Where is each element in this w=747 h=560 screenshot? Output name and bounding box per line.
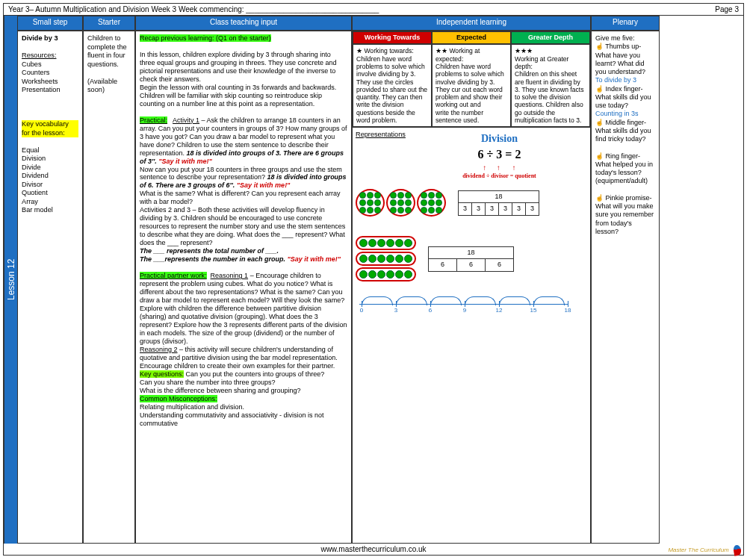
smallstep-cell: Divide by 3 Resources: Cubes Counters Wo… — [17, 31, 83, 544]
star-icon: ★★ — [436, 47, 447, 55]
starter-cell: Children to complete the fluent in four … — [83, 31, 135, 544]
teaching-p1: In this lesson, children explore dividin… — [140, 51, 337, 83]
bar-part: 3 — [526, 203, 539, 215]
misconceptions-heading: Common Misconceptions: — [140, 395, 217, 402]
nl-label: 18 — [565, 307, 571, 314]
independent-cell: Working Towards Expected Greater Depth ★… — [352, 31, 591, 544]
bar-part: 3 — [472, 203, 486, 215]
ex-text: Children have word problems to solve whi… — [436, 63, 504, 124]
stem3: The ___ represents the total number of _… — [140, 247, 279, 255]
nl-label: 6 — [429, 307, 432, 314]
col-independent: Independent learning — [352, 16, 591, 31]
reasoning2-heading: Reasoning 2 — [140, 346, 178, 353]
plenary-cell: Give me five: ☝ Thumbs up- What have you… — [591, 31, 660, 544]
ex-header: Expected — [432, 31, 511, 44]
division-figure: Division 6 ÷ 3 = 2 ↑ ↑ ↑ dividend ÷ divi… — [412, 132, 587, 180]
partner-heading: Practical partner work: — [140, 272, 207, 279]
content-area: Lesson 12 Small step Starter Class teach… — [4, 16, 743, 544]
teaching-p2: Begin the lesson with oral counting in 3… — [140, 84, 336, 108]
counters-6groups — [356, 189, 446, 217]
nl-label: 3 — [394, 307, 397, 314]
star-icon: ★★★ — [515, 47, 533, 55]
say2: "Say it with me!" — [237, 181, 291, 189]
col-plenary: Plenary — [591, 16, 660, 31]
step-title: Divide by 3 — [22, 34, 78, 43]
counters-3groups — [356, 236, 416, 281]
gd-text: Children on this sheet are fluent in div… — [515, 70, 584, 124]
col-smallstep: Small step — [17, 16, 83, 31]
bar-part: 3 — [486, 203, 499, 215]
ind-bodies: ★ Working towards: Children have word pr… — [353, 44, 590, 127]
resources-heading: Resources: — [22, 52, 78, 60]
division-title: Division — [412, 132, 587, 146]
col-starter: Starter — [83, 16, 135, 31]
activity1-c: What is the same? What is different? Can… — [140, 190, 340, 205]
lesson-number-tab: Lesson 12 — [4, 16, 17, 544]
bar-total: 18 — [459, 191, 539, 203]
bar-part: 3 — [512, 203, 526, 215]
practical-heading: Practical: — [140, 116, 167, 124]
stem4: The ___represents the number in each gro… — [140, 255, 288, 263]
plenary-index: ☝ Index finger- What skills did you use … — [595, 85, 655, 111]
col-teaching: Class teaching input — [135, 16, 352, 31]
header-left: Year 3– Autumn Multiplication and Divisi… — [8, 5, 379, 13]
gd-body: ★★★ Working at Greater depth: Children o… — [511, 44, 590, 127]
bar-part: 6 — [486, 259, 514, 271]
reasoning1: – Encourage children to represent the pr… — [140, 272, 347, 345]
brand-logo: Master The Curriculum — [668, 545, 741, 556]
reps-heading: Representations — [356, 131, 406, 140]
plenary-skill1: To divide by 3 — [595, 76, 655, 84]
wt-body: ★ Working towards: Children have word pr… — [353, 44, 432, 127]
bar-part: 3 — [499, 203, 512, 215]
wt-header: Working Towards — [353, 31, 432, 44]
gd-header: Greater Depth — [511, 31, 590, 44]
keyq-heading: Key questions: — [140, 370, 184, 378]
footer-url: www.masterthecurriculum.co.uk — [4, 544, 743, 555]
reasoning1-heading: Reasoning 1 — [211, 272, 249, 279]
plenary-middle: ☝ Middle finger- What skills did you fin… — [595, 119, 655, 144]
nl-label: 9 — [463, 307, 466, 314]
vocab-list: Equal Division Divide Dividend Divisor Q… — [22, 146, 78, 215]
nl-label: 12 — [496, 307, 503, 314]
plenary-ring: ☝ Ring finger- What helped you in today'… — [595, 152, 655, 186]
star-icon: ★ — [356, 47, 362, 55]
nl-label: 0 — [360, 307, 363, 314]
logo-text: Master The Curriculum — [668, 547, 728, 553]
bar-part: 6 — [429, 259, 457, 271]
wt-label: Working towards: — [364, 47, 413, 55]
page-header: Year 3– Autumn Multiplication and Divisi… — [4, 4, 743, 16]
say1: "Say it with me!" — [158, 158, 212, 165]
plenary-thumbs: ☝ Thumbs up- What have you learnt? What … — [595, 43, 655, 76]
plan-grid: Small step Starter Class teaching input … — [17, 16, 743, 544]
flame-icon — [733, 544, 742, 556]
vocab-heading: Key vocabulary for the lesson: — [22, 120, 78, 137]
lesson-plan-page: Year 3– Autumn Multiplication and Divisi… — [3, 3, 744, 556]
misconceptions: Relating multiplication and division. Un… — [140, 403, 324, 427]
division-labels: dividend ÷ divisor = quotient — [412, 172, 587, 180]
barmodel-18-6parts: 18 3 3 3 3 3 3 — [458, 190, 539, 216]
nl-label: 15 — [530, 307, 537, 314]
gd-label: Working at Greater depth: — [515, 55, 568, 70]
bar-total: 18 — [429, 247, 514, 259]
barmodel-18-3parts: 18 6 6 6 — [428, 246, 514, 272]
activity1-heading: Activity 1 — [173, 116, 199, 124]
ind-headers: Working Towards Expected Greater Depth — [353, 31, 590, 44]
starter-p1: Children to complete the fluent in four … — [87, 34, 131, 69]
resources-list: Cubes Counters Worksheets Presentation — [22, 60, 78, 95]
plenary-skill2: Counting in 3s — [595, 110, 655, 118]
starter-p2: (Available soon) — [87, 78, 131, 95]
bar-part: 3 — [459, 203, 472, 215]
ex-body: ★★ Working at expected: Children have wo… — [432, 44, 511, 127]
header-page: Page 3 — [715, 5, 739, 13]
numberline: 0 3 6 9 12 15 18 — [356, 293, 572, 316]
representations: Representations Division 6 ÷ 3 = 2 ↑ ↑ ↑… — [353, 127, 590, 543]
bar-part: 6 — [457, 259, 486, 271]
plenary-pinkie: ☝ Pinkie promise- What will you make sur… — [595, 194, 655, 236]
plenary-title: Give me five: — [595, 34, 655, 43]
recap-heading: Recap previous learning: (Q1 on the star… — [140, 34, 271, 42]
say3: "Say it with me!" — [288, 255, 341, 263]
division-equation: 6 ÷ 3 = 2 — [412, 147, 587, 162]
wt-text: Children have word problems to solve whi… — [356, 55, 427, 125]
activities23: Activities 2 and 3 – Both these activiti… — [140, 206, 345, 246]
teaching-cell: Recap previous learning: (Q1 on the star… — [135, 31, 352, 544]
